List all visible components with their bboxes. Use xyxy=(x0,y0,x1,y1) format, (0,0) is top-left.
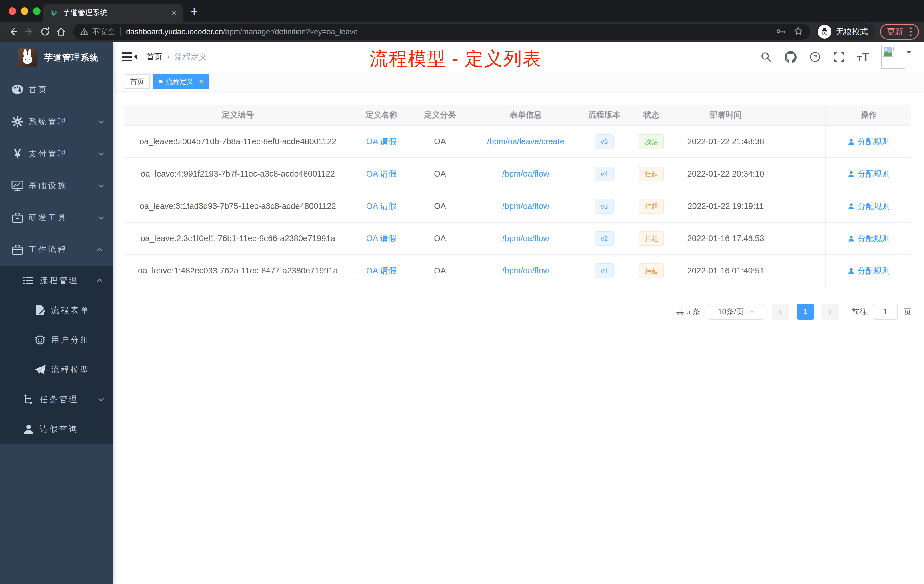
browser-toolbar: 不安全 dashboard.yudao.iocoder.cn /bpm/mana… xyxy=(0,22,924,42)
back-icon[interactable] xyxy=(5,24,21,40)
font-size-icon[interactable]: TT xyxy=(857,51,869,62)
search-icon[interactable] xyxy=(760,51,772,63)
definition-name-link[interactable]: OA 请假 xyxy=(366,201,396,212)
active-dot xyxy=(159,80,163,83)
key-icon[interactable] xyxy=(776,26,786,37)
fullscreen-icon[interactable] xyxy=(833,51,845,63)
tag-close-icon[interactable]: × xyxy=(199,78,203,85)
user-icon xyxy=(847,267,855,275)
sidebar-item-process-model[interactable]: 流程模型 xyxy=(0,355,113,384)
assign-rule-button[interactable]: 分配规则 xyxy=(847,233,890,244)
reload-icon[interactable] xyxy=(37,24,53,40)
column-spacer xyxy=(774,105,825,125)
sidebar-item-infra[interactable]: 基础设施 xyxy=(0,170,113,202)
new-tab-button[interactable]: + xyxy=(190,5,198,18)
sidebar-item-devtools[interactable]: 研发工具 xyxy=(0,202,113,234)
forward-icon[interactable] xyxy=(21,24,37,40)
tab-close-icon[interactable]: × xyxy=(171,8,177,17)
annotation-overlay: 流程模型 - 定义列表 xyxy=(370,46,542,71)
insecure-label: 不安全 xyxy=(92,26,115,37)
assign-rule-button[interactable]: 分配规则 xyxy=(847,168,890,180)
version-badge: v1 xyxy=(595,264,614,278)
app-title: 芋道管理系统 xyxy=(44,52,99,64)
sidebar-item-label: 首页 xyxy=(28,84,105,95)
workflow-submenu: 流程管理 流程表单 用户分组 流程模型 xyxy=(0,266,113,444)
home-icon[interactable] xyxy=(53,24,69,40)
definition-category: OA xyxy=(411,190,469,222)
definition-category: OA xyxy=(411,126,469,157)
user-icon xyxy=(847,138,855,145)
dashboard-icon xyxy=(11,84,24,96)
sidebar-item-payment[interactable]: ¥ 支付管理 xyxy=(0,138,113,170)
status-badge: 挂起 xyxy=(639,199,664,214)
status-badge: 挂起 xyxy=(639,231,664,246)
url-bar[interactable]: 不安全 dashboard.yudao.iocoder.cn /bpm/mana… xyxy=(73,24,810,40)
definition-id: oa_leave:1:482ec033-762a-11ec-8477-a2380… xyxy=(124,255,351,287)
form-link[interactable]: /bpm/oa/flow xyxy=(502,234,549,243)
version-badge: v4 xyxy=(595,167,614,181)
help-icon[interactable]: ? xyxy=(809,51,821,63)
assign-rule-button[interactable]: 分配规则 xyxy=(847,136,890,147)
form-link[interactable]: /bpm/oa/leave/create xyxy=(487,137,564,146)
sidebar-item-process-mgmt[interactable]: 流程管理 xyxy=(0,266,113,295)
sidebar-item-leave-query[interactable]: 请假查询 xyxy=(0,414,113,444)
definition-name-link[interactable]: OA 请假 xyxy=(366,233,396,244)
sidebar-item-process-form[interactable]: 流程表单 xyxy=(0,295,113,325)
sidebar-fold-icon[interactable] xyxy=(122,51,138,63)
avatar-caret-down-icon[interactable] xyxy=(906,51,912,57)
next-page-button[interactable]: › xyxy=(822,304,839,320)
version-badge: v5 xyxy=(595,134,614,149)
user-avatar[interactable] xyxy=(881,45,912,69)
sidebar-item-home[interactable]: 首页 xyxy=(0,74,113,106)
table-row: oa_leave:4:991f2193-7b7f-11ec-a3c8-acde4… xyxy=(124,158,911,190)
browser-update-button[interactable]: 更新 xyxy=(880,24,919,40)
form-link[interactable]: /bpm/oa/flow xyxy=(502,169,549,178)
page-content: 定义编号 定义名称 定义分类 表单信息 流程版本 状态 部署时间 操作 oa_l… xyxy=(113,91,924,584)
column-header: 操作 xyxy=(825,105,911,125)
sidebar-item-user-group[interactable]: 用户分组 xyxy=(0,325,113,355)
sidebar-item-workflow[interactable]: 工作流程 xyxy=(0,234,113,266)
sidebar-item-system[interactable]: 系统管理 xyxy=(0,106,113,138)
list-icon xyxy=(22,275,35,286)
robot-icon xyxy=(33,334,46,346)
sidebar-item-task-mgmt[interactable]: 任务管理 xyxy=(0,384,113,414)
tag-process-definition[interactable]: 流程定义 × xyxy=(153,74,209,89)
breadcrumb-separator: / xyxy=(167,52,170,61)
deploy-time: 2022-01-22 21:48:38 xyxy=(677,126,774,157)
assign-rule-button[interactable]: 分配规则 xyxy=(847,201,890,212)
close-window-button[interactable] xyxy=(8,7,16,15)
github-icon[interactable] xyxy=(784,51,797,63)
sidebar-logo[interactable]: 芋道管理系统 xyxy=(0,42,113,74)
definition-name-link[interactable]: OA 请假 xyxy=(366,136,396,147)
url-path: /bpm/manager/definition?key=oa_leave xyxy=(223,27,358,36)
minimize-window-button[interactable] xyxy=(21,7,28,15)
breadcrumb-current: 流程定义 xyxy=(175,51,207,62)
form-link[interactable]: /bpm/oa/flow xyxy=(502,201,549,211)
prev-page-button[interactable]: ‹ xyxy=(772,304,789,320)
goto-label: 前往 xyxy=(852,307,867,317)
definition-name-link[interactable]: OA 请假 xyxy=(366,265,396,277)
sidebar-item-label: 用户分组 xyxy=(51,335,105,345)
chevron-down-icon xyxy=(98,214,104,220)
sidebar-item-label: 支付管理 xyxy=(28,148,98,159)
sidebar-item-label: 流程模型 xyxy=(51,364,105,375)
page-size-select[interactable]: 10条/页 xyxy=(708,304,764,320)
definition-name-link[interactable]: OA 请假 xyxy=(366,168,396,180)
browser-tab[interactable]: 芋道管理系统 × xyxy=(43,4,183,22)
goto-page-input[interactable]: 1 xyxy=(873,304,898,320)
tag-home[interactable]: 首页 xyxy=(125,74,150,89)
toolbox-icon xyxy=(11,211,24,224)
breadcrumb-home[interactable]: 首页 xyxy=(146,51,162,62)
maximize-window-button[interactable] xyxy=(33,7,41,15)
deploy-time: 2022-01-16 17:46:53 xyxy=(677,223,774,254)
current-page-button[interactable]: 1 xyxy=(797,304,814,320)
form-link[interactable]: /bpm/oa/flow xyxy=(502,266,549,276)
deploy-time: 2022-01-22 20:34:10 xyxy=(677,158,774,190)
sidebar-item-label: 请假查询 xyxy=(40,424,105,435)
browser-menu-icon[interactable] xyxy=(908,27,913,36)
column-header: 状态 xyxy=(626,105,677,125)
bookmark-star-icon[interactable] xyxy=(793,26,804,38)
monitor-icon xyxy=(11,180,24,192)
assign-rule-button[interactable]: 分配规则 xyxy=(847,266,890,276)
version-badge: v2 xyxy=(595,231,614,246)
